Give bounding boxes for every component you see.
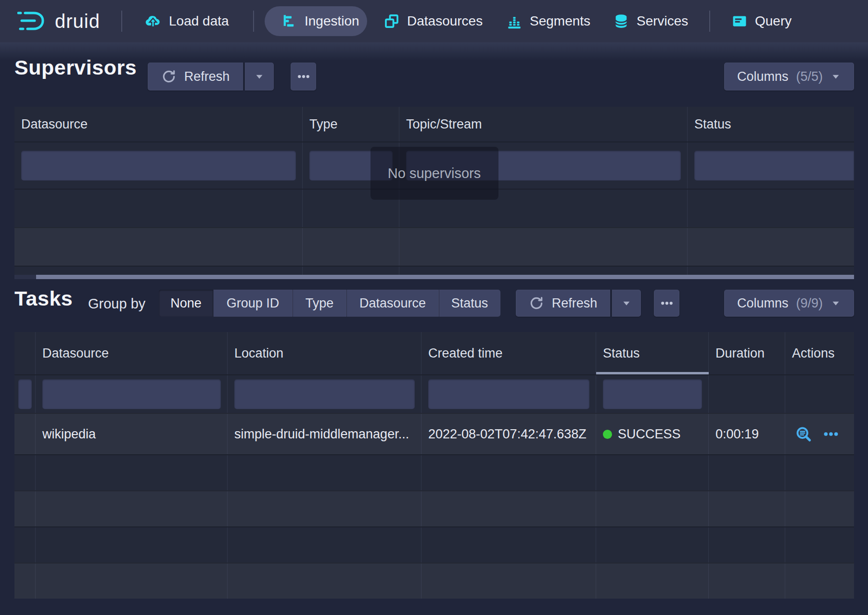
nav-item-datasources[interactable]: Datasources bbox=[383, 0, 483, 42]
table-row bbox=[14, 490, 854, 526]
supervisors-header-row: Datasource Type Topic/Stream Status bbox=[14, 107, 854, 141]
nav-item-load-data[interactable]: Load data bbox=[144, 0, 229, 42]
column-header[interactable]: Status bbox=[688, 107, 854, 141]
nav-item-query[interactable]: Query bbox=[731, 0, 791, 42]
column-header[interactable]: Actions bbox=[785, 332, 854, 374]
supervisors-more-button[interactable] bbox=[291, 63, 316, 90]
tasks-refresh-caret-button[interactable] bbox=[612, 290, 641, 317]
nav-item-label: Services bbox=[637, 13, 688, 29]
tasks-table: Datasource Location Created time Status … bbox=[14, 332, 854, 599]
cell-datasource[interactable]: wikipedia bbox=[36, 414, 228, 454]
scrollbar-thumb[interactable] bbox=[36, 275, 854, 279]
supervisors-columns-button[interactable]: Columns (5/5) bbox=[724, 63, 854, 90]
layers-icon bbox=[383, 13, 400, 29]
refresh-icon bbox=[161, 69, 177, 84]
brand-name: druid bbox=[55, 11, 100, 32]
nav-item-ingestion[interactable]: Ingestion bbox=[281, 0, 359, 42]
filter-datasource-input[interactable] bbox=[21, 151, 296, 180]
druid-logo[interactable]: druid bbox=[17, 0, 100, 42]
tasks-title: Tasks bbox=[14, 287, 73, 310]
nav-item-label: Segments bbox=[530, 13, 590, 29]
group-by-datasource-button[interactable]: Datasource bbox=[346, 290, 439, 317]
supervisors-refresh-button[interactable]: Refresh bbox=[148, 63, 243, 90]
column-header[interactable]: Duration bbox=[709, 332, 785, 374]
refresh-icon bbox=[529, 295, 544, 311]
tasks-more-button[interactable] bbox=[654, 290, 679, 317]
gantt-chart-icon bbox=[281, 13, 297, 29]
column-header[interactable]: Type bbox=[303, 107, 399, 141]
table-row bbox=[14, 454, 854, 490]
group-by-label: Group by bbox=[88, 296, 145, 312]
group-by-group-id-button[interactable]: Group ID bbox=[213, 290, 293, 317]
filter-status-input[interactable] bbox=[694, 151, 854, 180]
columns-label: Columns bbox=[737, 296, 789, 311]
cell-created-time[interactable]: 2022-08-02T07:42:47.638Z bbox=[421, 414, 596, 454]
task-row-wikipedia: wikipedia simple-druid-middlemanager... … bbox=[14, 413, 854, 454]
nav-divider bbox=[709, 11, 710, 32]
table-row bbox=[14, 266, 854, 275]
nav-divider bbox=[253, 11, 254, 32]
chevron-down-icon bbox=[621, 298, 632, 308]
tasks-filter-row bbox=[14, 374, 854, 413]
group-by-type-button[interactable]: Type bbox=[293, 290, 346, 317]
more-dots-icon bbox=[660, 296, 674, 310]
filter-location-input[interactable] bbox=[234, 379, 415, 409]
filter-created-time-input[interactable] bbox=[428, 379, 589, 409]
table-row bbox=[14, 563, 854, 599]
nav-item-label: Ingestion bbox=[305, 13, 359, 29]
column-header[interactable]: Topic/Stream bbox=[399, 107, 688, 141]
column-header[interactable]: Datasource bbox=[14, 107, 303, 141]
refresh-label: Refresh bbox=[552, 296, 598, 311]
upload-cloud-icon bbox=[144, 13, 162, 30]
cell-status[interactable]: SUCCESS bbox=[596, 414, 709, 454]
more-dots-icon bbox=[296, 69, 311, 84]
database-icon bbox=[613, 13, 629, 29]
chevron-down-icon bbox=[830, 71, 841, 82]
filter-first-input[interactable] bbox=[18, 379, 32, 409]
table-row bbox=[14, 227, 854, 266]
status-success-dot bbox=[603, 430, 612, 439]
nav-item-services[interactable]: Services bbox=[613, 0, 688, 42]
nav-item-segments[interactable]: Segments bbox=[506, 0, 590, 42]
columns-label: Columns bbox=[737, 69, 789, 84]
top-navbar: druid Load data Ing bbox=[0, 0, 868, 42]
no-supervisors-message: No supervisors bbox=[370, 147, 498, 200]
row-more-actions-icon[interactable] bbox=[823, 426, 839, 442]
table-row bbox=[14, 526, 854, 563]
group-by-none-button[interactable]: None bbox=[159, 290, 213, 317]
column-header[interactable] bbox=[14, 332, 36, 374]
column-header[interactable]: Datasource bbox=[36, 332, 228, 374]
navbar-shadow bbox=[0, 42, 868, 61]
supervisors-horizontal-scrollbar bbox=[14, 275, 854, 279]
nav-item-label: Load data bbox=[169, 13, 229, 29]
filter-status-input[interactable] bbox=[603, 379, 702, 409]
columns-count: (9/9) bbox=[796, 296, 823, 311]
nav-divider bbox=[121, 11, 122, 32]
nav-item-label: Datasources bbox=[407, 13, 483, 29]
cell-actions bbox=[785, 414, 854, 454]
druid-logo-icon bbox=[17, 10, 47, 33]
refresh-label: Refresh bbox=[184, 69, 230, 84]
chevron-down-icon bbox=[254, 71, 265, 82]
supervisors-table: Datasource Type Topic/Stream Status No s… bbox=[14, 107, 854, 275]
column-header[interactable]: Created time bbox=[421, 332, 596, 374]
column-header-sorted[interactable]: Status bbox=[596, 332, 709, 374]
filter-datasource-input[interactable] bbox=[42, 379, 221, 409]
nav-item-label: Query bbox=[755, 13, 791, 29]
columns-count: (5/5) bbox=[796, 69, 823, 84]
tasks-header-row: Datasource Location Created time Status … bbox=[14, 332, 854, 374]
chevron-down-icon bbox=[830, 298, 841, 308]
supervisors-refresh-caret-button[interactable] bbox=[245, 63, 274, 90]
cell-duration[interactable]: 0:00:19 bbox=[709, 414, 785, 454]
column-header[interactable]: Location bbox=[228, 332, 421, 374]
cell-location[interactable]: simple-druid-middlemanager... bbox=[228, 414, 421, 454]
druid-console-screen: druid Load data Ing bbox=[0, 0, 868, 615]
console-icon bbox=[731, 13, 748, 29]
bar-segments-icon bbox=[506, 13, 523, 29]
tasks-columns-button[interactable]: Columns (9/9) bbox=[724, 290, 854, 317]
tasks-refresh-button[interactable]: Refresh bbox=[516, 290, 610, 317]
view-details-magnifier-icon[interactable] bbox=[795, 425, 812, 443]
group-by-status-button[interactable]: Status bbox=[439, 290, 500, 317]
